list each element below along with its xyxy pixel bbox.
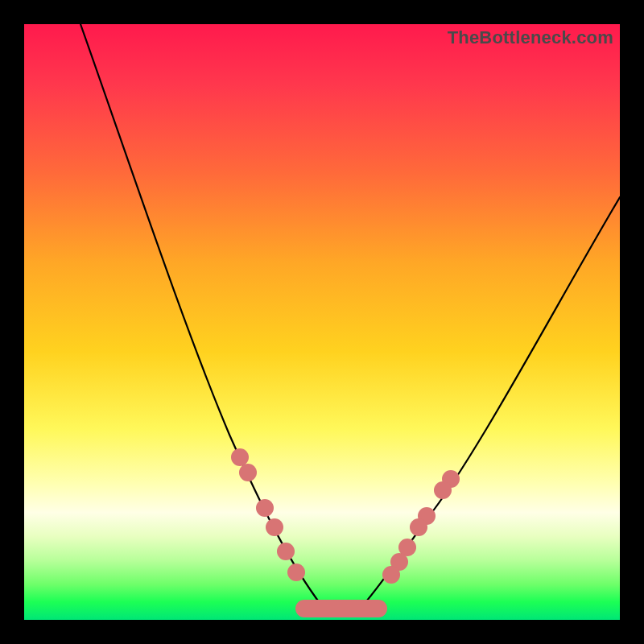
marker-dot	[434, 481, 452, 499]
plot-area: TheBottleneck.com	[24, 24, 620, 620]
marker-dot	[287, 564, 305, 581]
marker-dot	[231, 448, 249, 466]
curve-left	[80, 24, 322, 606]
chart-svg	[24, 24, 620, 620]
chart-frame: TheBottleneck.com	[0, 0, 644, 644]
marker-dot	[239, 464, 257, 481]
marker-dot	[256, 499, 274, 517]
marker-dot	[410, 518, 427, 536]
marker-dot	[266, 518, 283, 536]
marker-dot	[382, 566, 400, 584]
marker-dot	[277, 543, 295, 560]
